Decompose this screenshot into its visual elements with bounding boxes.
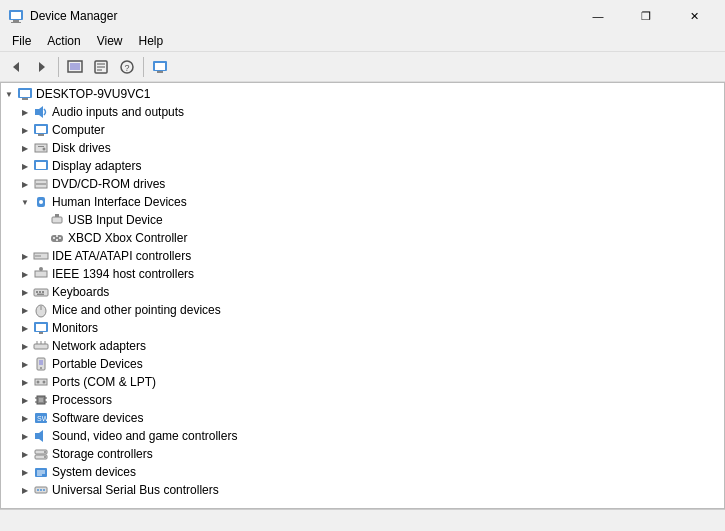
- show-hide-button[interactable]: [63, 55, 87, 79]
- svg-point-38: [56, 239, 58, 241]
- expand-btn-portable[interactable]: ▶: [17, 356, 33, 372]
- expand-btn-ieee[interactable]: ▶: [17, 266, 33, 282]
- expand-btn-disk[interactable]: ▶: [17, 140, 33, 156]
- label-hid: Human Interface Devices: [52, 195, 187, 209]
- expand-btn-root[interactable]: ▼: [1, 86, 17, 102]
- tree-item-root[interactable]: ▼DESKTOP-9VU9VC1: [1, 85, 724, 103]
- icon-dvd: [33, 176, 49, 192]
- menu-file[interactable]: File: [4, 32, 39, 50]
- menu-help[interactable]: Help: [131, 32, 172, 50]
- tree-item-portable[interactable]: ▶Portable Devices: [1, 355, 724, 373]
- icon-hid: [33, 194, 49, 210]
- svg-point-36: [53, 237, 55, 239]
- expand-btn-dvd[interactable]: ▶: [17, 176, 33, 192]
- svg-rect-7: [70, 63, 80, 70]
- expand-btn-processors[interactable]: ▶: [17, 392, 33, 408]
- restore-button[interactable]: ❐: [623, 6, 669, 26]
- menu-action[interactable]: Action: [39, 32, 88, 50]
- expand-btn-computer[interactable]: ▶: [17, 122, 33, 138]
- close-button[interactable]: ✕: [671, 6, 717, 26]
- svg-rect-23: [38, 134, 44, 136]
- expand-btn-system[interactable]: ▶: [17, 464, 33, 480]
- svg-rect-24: [35, 144, 47, 152]
- expand-btn-mice[interactable]: ▶: [17, 302, 33, 318]
- window-title: Device Manager: [30, 9, 575, 23]
- svg-rect-61: [39, 360, 43, 365]
- tree-item-processors[interactable]: ▶Processors: [1, 391, 724, 409]
- menu-view[interactable]: View: [89, 32, 131, 50]
- tree-item-disk[interactable]: ▶Disk drives: [1, 139, 724, 157]
- tree-item-hid[interactable]: ▼Human Interface Devices: [1, 193, 724, 211]
- expand-btn-sound[interactable]: ▶: [17, 428, 33, 444]
- minimize-button[interactable]: —: [575, 6, 621, 26]
- status-bar: [0, 509, 725, 531]
- svg-point-78: [44, 456, 46, 458]
- svg-point-65: [43, 381, 46, 384]
- tree-item-monitors[interactable]: ▶Monitors: [1, 319, 724, 337]
- forward-button[interactable]: [30, 55, 54, 79]
- svg-rect-16: [157, 71, 163, 73]
- tree-item-dvd[interactable]: ▶DVD/CD-ROM drives: [1, 175, 724, 193]
- svg-text:SW: SW: [37, 415, 49, 422]
- window-controls: — ❐ ✕: [575, 6, 717, 26]
- toolbar: ?: [0, 52, 725, 82]
- expand-btn-network[interactable]: ▶: [17, 338, 33, 354]
- tree-item-ide[interactable]: ▶IDE ATA/ATAPI controllers: [1, 247, 724, 265]
- label-computer: Computer: [52, 123, 105, 137]
- svg-point-84: [37, 489, 39, 491]
- tree-item-software[interactable]: ▶SWSoftware devices: [1, 409, 724, 427]
- svg-rect-56: [34, 344, 48, 349]
- tree-item-ieee[interactable]: ▶IEEE 1394 host controllers: [1, 265, 724, 283]
- icon-ieee: [33, 266, 49, 282]
- expand-btn-ports[interactable]: ▶: [17, 374, 33, 390]
- expand-btn-usb[interactable]: ▶: [17, 482, 33, 498]
- menu-bar: File Action View Help: [0, 30, 725, 52]
- label-usb: Universal Serial Bus controllers: [52, 483, 219, 497]
- expand-btn-keyboards[interactable]: ▶: [17, 284, 33, 300]
- icon-ide: [33, 248, 49, 264]
- expand-btn-monitors[interactable]: ▶: [17, 320, 33, 336]
- icon-computer: [33, 122, 49, 138]
- properties-button[interactable]: [89, 55, 113, 79]
- tree-item-computer[interactable]: ▶Computer: [1, 121, 724, 139]
- tree-item-network[interactable]: ▶Network adapters: [1, 337, 724, 355]
- svg-rect-20: [35, 109, 39, 115]
- device-tree[interactable]: ▼DESKTOP-9VU9VC1▶Audio inputs and output…: [0, 82, 725, 509]
- label-xbcd: XBCD Xbox Controller: [68, 231, 187, 245]
- expand-btn-audio[interactable]: ▶: [17, 104, 33, 120]
- expand-btn-ide[interactable]: ▶: [17, 248, 33, 264]
- tree-item-keyboards[interactable]: ▶Keyboards: [1, 283, 724, 301]
- tree-item-system[interactable]: ▶System devices: [1, 463, 724, 481]
- computer-button[interactable]: [148, 55, 172, 79]
- tree-item-mice[interactable]: ▶Mice and other pointing devices: [1, 301, 724, 319]
- expand-btn-storage[interactable]: ▶: [17, 446, 33, 462]
- label-storage: Storage controllers: [52, 447, 153, 461]
- svg-rect-15: [155, 63, 165, 70]
- expand-btn-display[interactable]: ▶: [17, 158, 33, 174]
- tree-item-sound[interactable]: ▶Sound, video and game controllers: [1, 427, 724, 445]
- svg-rect-33: [52, 217, 62, 223]
- svg-rect-54: [36, 324, 46, 331]
- tree-item-xbcd[interactable]: XBCD Xbox Controller: [1, 229, 724, 247]
- icon-mice: [33, 302, 49, 318]
- label-system: System devices: [52, 465, 136, 479]
- tree-item-usb-input[interactable]: USB Input Device: [1, 211, 724, 229]
- tree-item-storage[interactable]: ▶Storage controllers: [1, 445, 724, 463]
- tree-item-audio[interactable]: ▶Audio inputs and outputs: [1, 103, 724, 121]
- back-button[interactable]: [4, 55, 28, 79]
- icon-disk: [33, 140, 49, 156]
- label-network: Network adapters: [52, 339, 146, 353]
- tree-item-ports[interactable]: ▶Ports (COM & LPT): [1, 373, 724, 391]
- svg-point-62: [40, 367, 42, 369]
- expand-btn-hid[interactable]: ▼: [17, 194, 33, 210]
- icon-system: [33, 464, 49, 480]
- svg-point-77: [44, 451, 46, 453]
- tree-item-display[interactable]: ▶Display adapters: [1, 157, 724, 175]
- label-usb-input: USB Input Device: [68, 213, 163, 227]
- expand-btn-software[interactable]: ▶: [17, 410, 33, 426]
- tree-item-usb[interactable]: ▶Universal Serial Bus controllers: [1, 481, 724, 499]
- svg-point-85: [40, 489, 42, 491]
- label-processors: Processors: [52, 393, 112, 407]
- help-button[interactable]: ?: [115, 55, 139, 79]
- svg-rect-19: [22, 98, 28, 100]
